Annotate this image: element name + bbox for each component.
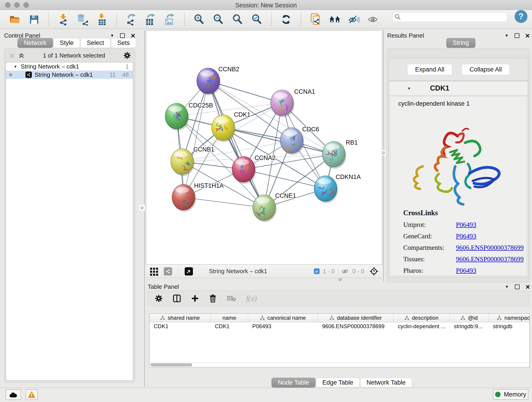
zoom-selected-icon[interactable] (251, 13, 263, 26)
export-image-icon[interactable] (164, 13, 176, 26)
panel-collapse-icon[interactable]: ▼ (505, 285, 509, 289)
crosslink-link[interactable]: P06493 (456, 221, 476, 229)
crosslink-link[interactable]: P06493 (456, 232, 476, 240)
home-icon[interactable] (329, 13, 341, 26)
hidden-eye-slash-icon (341, 268, 349, 274)
zoom-fit-icon[interactable] (232, 13, 243, 26)
collapse-all-button[interactable]: Collapse All (462, 64, 510, 75)
panel-close-icon[interactable]: × (526, 285, 530, 289)
network-canvas[interactable]: CCNB2CCNA1CDC25BCDK1CDC6RB1CCNB1CCNA2CDK… (146, 30, 382, 265)
network-tree-row[interactable]: String Network – cdk1 11 48 (6, 70, 133, 79)
panel-close-icon[interactable]: × (131, 33, 135, 38)
network-tree: ▼ String Network – cdk1 1 String Network… (6, 62, 133, 381)
panel-float-icon[interactable] (515, 33, 519, 38)
network-edge[interactable] (184, 81, 208, 197)
clone-network-icon[interactable] (310, 13, 321, 26)
tab-select[interactable]: Select (80, 38, 110, 48)
toolbar-separator (184, 13, 185, 26)
panel-float-icon[interactable] (120, 33, 125, 38)
network-node-ccnb1[interactable] (171, 149, 195, 176)
tab-network-table[interactable]: Network Table (360, 378, 412, 388)
collapse-all-icon[interactable] (9, 52, 15, 59)
delete-column-trash-icon[interactable] (209, 294, 217, 303)
expand-all-button[interactable]: Expand All (407, 64, 452, 75)
column-header-@id[interactable]: @id (450, 314, 489, 322)
column-header-description[interactable]: description (394, 314, 450, 322)
panel-collapse-icon[interactable]: ▼ (110, 33, 114, 38)
tab-edge-table[interactable]: Edge Table (316, 378, 360, 388)
right-panel-divider[interactable] (383, 30, 384, 281)
export-table-icon[interactable] (145, 13, 156, 26)
table-toolbar: f(x) (148, 291, 530, 306)
fit-selected-crosshair-icon[interactable] (369, 267, 379, 276)
add-column-plus-icon[interactable] (191, 294, 199, 302)
string-result-card: ▼ CDK1 cyclin-dependent kinase 1 CrossLi… (389, 81, 528, 277)
entry-collapse-icon[interactable]: ▼ (407, 86, 411, 90)
network-node-cdc25b[interactable] (165, 103, 189, 131)
column-header-canonical-name[interactable]: canonical name (248, 314, 318, 322)
tree-collapse-icon[interactable]: ▼ (14, 65, 17, 69)
scrollbar-thumb[interactable] (151, 363, 192, 366)
table-horizontal-scrollbar[interactable] (150, 362, 529, 367)
crosslink-link[interactable]: 9606.ENSP00000378699 (456, 255, 524, 263)
show-graphics-details-icon[interactable] (367, 13, 379, 26)
network-node-rb1[interactable] (322, 141, 346, 169)
import-network-database-icon[interactable] (77, 13, 89, 26)
column-header-name[interactable]: name (211, 314, 248, 322)
tab-node-table[interactable]: Node Table (272, 378, 316, 388)
tab-string[interactable]: String (446, 38, 475, 48)
warning-icon[interactable] (26, 389, 38, 400)
crosslink-link[interactable]: 9606.ENSP00000378699 (456, 244, 524, 251)
import-network-file-icon[interactable] (58, 13, 69, 26)
crosslink-label: GeneCard: (403, 232, 456, 240)
network-node-cdc6[interactable] (280, 128, 304, 155)
birds-eye-view-icon[interactable] (185, 267, 193, 275)
crosslink-row: Uniprot:P06493 (403, 221, 524, 229)
memory-button[interactable]: Memory (493, 389, 528, 400)
zoom-out-icon[interactable] (213, 13, 224, 26)
network-node-ccna2[interactable] (232, 157, 256, 184)
column-header-shared-name[interactable]: shared name (150, 314, 211, 322)
crosslink-row: GeneCard:P06493 (403, 232, 524, 240)
network-options-gear-icon[interactable] (123, 52, 131, 59)
column-header-namespace[interactable]: namespace (489, 314, 530, 322)
node-table[interactable]: shared namenamecanonical namedatabase id… (149, 313, 530, 368)
refresh-layout-icon[interactable] (280, 13, 292, 26)
network-node-cdkn1a[interactable] (314, 176, 338, 203)
panel-float-icon[interactable] (515, 284, 520, 289)
results-panel-title: Results Panel (387, 32, 424, 39)
network-node-hist1h1a[interactable] (172, 185, 196, 212)
save-session-icon[interactable] (28, 13, 40, 26)
tab-style[interactable]: Style (53, 38, 80, 48)
network-share-view-icon[interactable] (164, 267, 172, 275)
tab-sets[interactable]: Sets (111, 38, 136, 48)
left-divider-handle[interactable] (139, 204, 145, 211)
network-edge-count: 48 (122, 71, 129, 78)
crosslink-link[interactable]: P06493 (456, 267, 476, 274)
expand-all-icon[interactable] (18, 52, 25, 59)
hide-graphics-details-icon[interactable] (348, 13, 360, 26)
tab-network[interactable]: Network (17, 38, 53, 48)
panel-collapse-icon[interactable]: ▼ (505, 33, 509, 38)
memory-label: Memory (504, 391, 526, 398)
panel-close-icon[interactable]: × (525, 33, 530, 38)
table-row[interactable]: CDK1CDK1P064939606.ENSP00000378699cyclin… (150, 322, 530, 331)
open-session-icon[interactable] (9, 13, 21, 26)
network-node-ccnb2[interactable] (197, 68, 221, 95)
show-columns-icon[interactable] (173, 294, 181, 303)
network-node-ccne1[interactable] (253, 195, 277, 222)
search-input[interactable] (403, 13, 504, 21)
gene-entry-header[interactable]: ▼ CDK1 (389, 81, 528, 96)
network-node-cdk1[interactable] (212, 115, 235, 142)
column-header-database-identifier[interactable]: database identifier (318, 314, 394, 322)
grid-view-icon[interactable] (150, 267, 159, 276)
network-node-ccna1[interactable] (271, 90, 294, 117)
table-settings-gear-icon[interactable] (155, 294, 163, 302)
help-icon[interactable]: ? (515, 10, 527, 23)
cloud-status-icon[interactable] (6, 389, 21, 400)
network-tree-root-row[interactable]: ▼ String Network – cdk1 1 (6, 62, 133, 70)
export-network-icon[interactable] (126, 13, 137, 26)
zoom-in-icon[interactable] (193, 13, 205, 26)
selected-count-checkbox-icon[interactable] (314, 268, 320, 274)
import-table-icon[interactable] (96, 13, 108, 26)
